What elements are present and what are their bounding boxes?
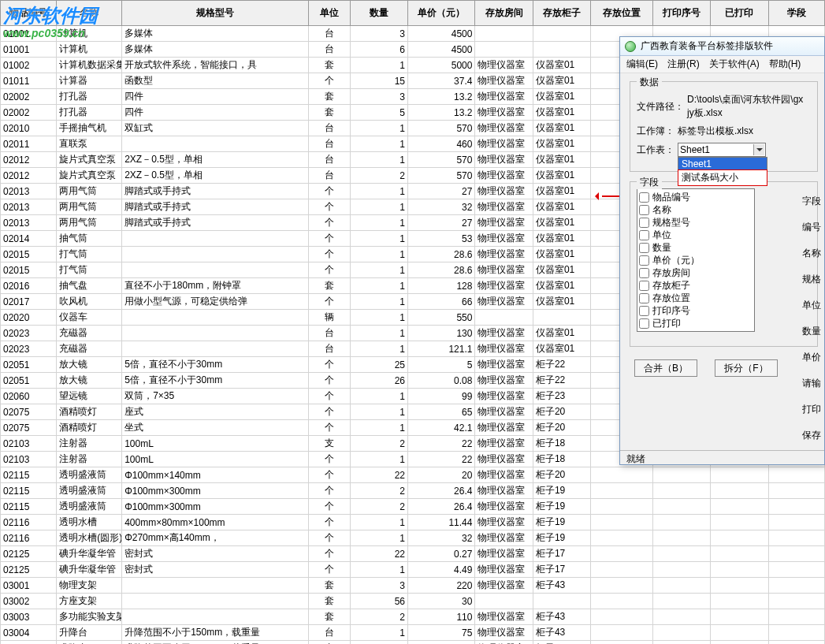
- cell[interactable]: 物理仪器室: [475, 578, 533, 594]
- split-button[interactable]: 拆分（F）: [715, 359, 778, 377]
- cell[interactable]: 两用气筒: [57, 199, 122, 215]
- cell[interactable]: 1: [350, 404, 408, 420]
- cell[interactable]: 仪器室01: [533, 215, 591, 231]
- cell[interactable]: 02016: [1, 278, 57, 294]
- cell[interactable]: 1: [350, 530, 408, 546]
- cell[interactable]: 座式: [122, 404, 309, 420]
- cell[interactable]: 02115: [1, 483, 57, 499]
- cell[interactable]: 充磁器: [57, 341, 122, 357]
- cell[interactable]: 柜子43: [533, 625, 591, 641]
- cell[interactable]: 个: [309, 184, 350, 199]
- cell[interactable]: 望远镜: [57, 389, 122, 404]
- cell[interactable]: 仪器室01: [533, 341, 591, 357]
- cell[interactable]: [591, 499, 652, 515]
- cell[interactable]: 02013: [1, 215, 57, 231]
- cell[interactable]: 物理仪器室: [475, 483, 533, 499]
- cell[interactable]: 20: [408, 467, 475, 483]
- chevron-down-icon[interactable]: [753, 144, 764, 155]
- cell[interactable]: 套: [309, 105, 350, 121]
- cell[interactable]: 仪器室01: [533, 294, 591, 310]
- cell[interactable]: 5倍，直径不小于30mm: [122, 373, 309, 389]
- cell[interactable]: 570: [408, 152, 475, 168]
- cell[interactable]: 53: [408, 231, 475, 247]
- cell[interactable]: 仪器室01: [533, 73, 591, 89]
- cell[interactable]: 双缸式: [122, 121, 309, 136]
- cell[interactable]: 5倍，直径不小于30mm: [122, 357, 309, 373]
- cell[interactable]: 物理仪器室: [475, 357, 533, 373]
- cell[interactable]: [652, 483, 711, 499]
- table-row[interactable]: 03002方座支架套5630: [1, 594, 825, 609]
- cell[interactable]: 4500: [408, 42, 475, 58]
- cell[interactable]: 75: [408, 625, 475, 641]
- cell[interactable]: [711, 530, 769, 546]
- cell[interactable]: [475, 26, 533, 42]
- cell[interactable]: 套: [309, 609, 350, 625]
- cell[interactable]: 个: [309, 530, 350, 546]
- field-check-item[interactable]: 存放柜子: [639, 279, 753, 292]
- cell[interactable]: [591, 530, 652, 546]
- cell[interactable]: [711, 641, 769, 645]
- cell[interactable]: 2: [350, 436, 408, 452]
- cell[interactable]: 柜子43: [533, 641, 591, 645]
- field-checkbox[interactable]: [639, 293, 649, 303]
- cell[interactable]: [122, 136, 309, 152]
- cell[interactable]: 个: [309, 294, 350, 310]
- cell[interactable]: 多媒体: [122, 42, 309, 58]
- cell[interactable]: 物理仪器室: [475, 499, 533, 515]
- cell[interactable]: [122, 326, 309, 341]
- field-checkbox[interactable]: [639, 306, 649, 316]
- cell[interactable]: 透明水槽: [57, 515, 122, 530]
- dialog-menubar[interactable]: 编辑(E) 注册(R) 关于软件(A) 帮助(H): [620, 56, 824, 73]
- field-check-item[interactable]: 存放房间: [639, 266, 753, 279]
- cell[interactable]: 物理仪器室: [475, 89, 533, 105]
- cell[interactable]: 多媒体: [122, 26, 309, 42]
- cell[interactable]: 套: [309, 578, 350, 594]
- cell[interactable]: 03002: [1, 594, 57, 609]
- cell[interactable]: 吹风机: [57, 294, 122, 310]
- cell[interactable]: 01001: [1, 42, 57, 58]
- cell[interactable]: Φ100mm×300mm: [122, 499, 309, 515]
- cell[interactable]: [768, 562, 824, 578]
- cell[interactable]: 柜子17: [533, 546, 591, 562]
- cell[interactable]: [591, 609, 652, 625]
- cell[interactable]: 30: [408, 594, 475, 609]
- cell[interactable]: [652, 562, 711, 578]
- cell[interactable]: [768, 594, 824, 609]
- cell[interactable]: 物理仪器室: [475, 231, 533, 247]
- cell[interactable]: 27: [408, 184, 475, 199]
- cell[interactable]: 02002: [1, 89, 57, 105]
- cell[interactable]: 1: [350, 310, 408, 326]
- cell[interactable]: 28.6: [408, 262, 475, 278]
- cell[interactable]: 1: [350, 294, 408, 310]
- cell[interactable]: [591, 515, 652, 530]
- cell[interactable]: 02125: [1, 546, 57, 562]
- cell[interactable]: 32: [408, 199, 475, 215]
- cell[interactable]: 个: [309, 562, 350, 578]
- cell[interactable]: [591, 578, 652, 594]
- cell[interactable]: 仪器室01: [533, 168, 591, 184]
- cell[interactable]: 台: [309, 168, 350, 184]
- cell[interactable]: 02103: [1, 436, 57, 452]
- menu-help[interactable]: 帮助(H): [769, 58, 801, 71]
- cell[interactable]: 手摇抽气机: [57, 121, 122, 136]
- cell[interactable]: [122, 341, 309, 357]
- cell[interactable]: 02013: [1, 199, 57, 215]
- column-header[interactable]: 单价（元）: [408, 1, 475, 26]
- cell[interactable]: [768, 546, 824, 562]
- cell[interactable]: 03003: [1, 609, 57, 625]
- cell[interactable]: 56: [350, 594, 408, 609]
- cell[interactable]: 升降台: [57, 641, 122, 645]
- cell[interactable]: 充磁器: [57, 326, 122, 341]
- cell[interactable]: 计算机数据采集: [57, 58, 122, 73]
- cell[interactable]: 物理仪器室: [475, 326, 533, 341]
- cell[interactable]: 3: [350, 578, 408, 594]
- cell[interactable]: 个: [309, 373, 350, 389]
- cell[interactable]: [652, 594, 711, 609]
- cell[interactable]: 计算器: [57, 73, 122, 89]
- cell[interactable]: [122, 262, 309, 278]
- cell[interactable]: 物理仪器室: [475, 625, 533, 641]
- cell[interactable]: 物理仪器室: [475, 184, 533, 199]
- cell[interactable]: 透明盛液筒: [57, 483, 122, 499]
- cell[interactable]: 直联泵: [57, 136, 122, 152]
- worksheet-option-0[interactable]: Sheet1: [678, 158, 767, 170]
